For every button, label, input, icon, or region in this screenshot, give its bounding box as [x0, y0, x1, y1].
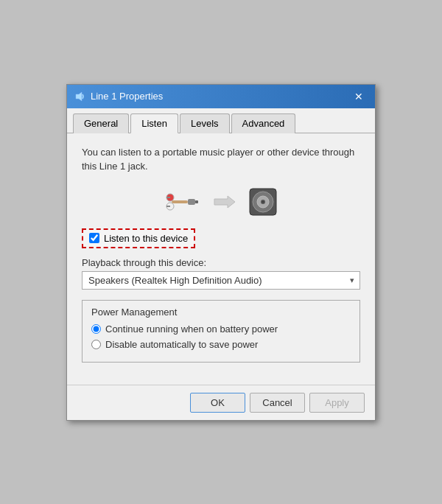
- tab-content: You can listen to a portable music playe…: [67, 133, 375, 385]
- svg-point-13: [262, 201, 264, 203]
- tab-listen[interactable]: Listen: [130, 113, 178, 133]
- radio-save-power-input[interactable]: [91, 340, 101, 349]
- svg-rect-5: [166, 206, 170, 207]
- listen-checkbox-label[interactable]: Listen to this device: [104, 233, 188, 244]
- footer: OK Cancel Apply: [67, 385, 375, 420]
- svg-marker-8: [214, 196, 235, 208]
- svg-rect-1: [172, 200, 188, 203]
- speaker-icon: [248, 187, 278, 217]
- svg-rect-7: [195, 200, 198, 203]
- icons-row: [82, 187, 360, 217]
- svg-rect-6: [188, 199, 195, 205]
- playback-label: Playback through this device:: [82, 257, 360, 268]
- playback-select-wrapper: Speakers (Realtek High Definition Audio)…: [82, 271, 360, 290]
- power-management-group: Power Management Continue running when o…: [82, 300, 360, 363]
- listen-checkbox-wrapper: Listen to this device: [82, 228, 195, 248]
- titlebar: Line 1 Properties ✕: [67, 85, 375, 108]
- radio-save-power-label: Disable automatically to save power: [105, 339, 258, 350]
- line1-properties-dialog: Line 1 Properties ✕ General Listen Level…: [66, 84, 376, 421]
- svg-marker-0: [76, 92, 82, 101]
- rca-cable-icon: [164, 189, 201, 215]
- ok-button[interactable]: OK: [190, 393, 245, 413]
- power-mgmt-legend: Power Management: [91, 307, 351, 318]
- radio-battery[interactable]: Continue running when on battery power: [91, 323, 351, 335]
- radio-save-power[interactable]: Disable automatically to save power: [91, 339, 351, 350]
- close-button[interactable]: ✕: [350, 89, 368, 104]
- listen-checkbox[interactable]: [89, 233, 99, 243]
- description-text: You can listen to a portable music playe…: [82, 145, 360, 174]
- radio-battery-label: Continue running when on battery power: [105, 323, 278, 335]
- tab-levels[interactable]: Levels: [180, 113, 230, 133]
- titlebar-left: Line 1 Properties: [74, 91, 163, 102]
- radio-battery-input[interactable]: [91, 324, 101, 334]
- apply-button[interactable]: Apply: [309, 393, 365, 413]
- arrow-icon: [213, 193, 236, 211]
- tab-general[interactable]: General: [73, 113, 129, 133]
- audio-icon: [74, 91, 86, 102]
- tabs-row: General Listen Levels Advanced: [67, 108, 375, 133]
- svg-rect-3: [166, 197, 170, 198]
- cancel-button[interactable]: Cancel: [250, 393, 305, 413]
- dialog-title: Line 1 Properties: [91, 91, 163, 102]
- tab-advanced[interactable]: Advanced: [231, 113, 296, 133]
- playback-select[interactable]: Speakers (Realtek High Definition Audio): [82, 271, 360, 290]
